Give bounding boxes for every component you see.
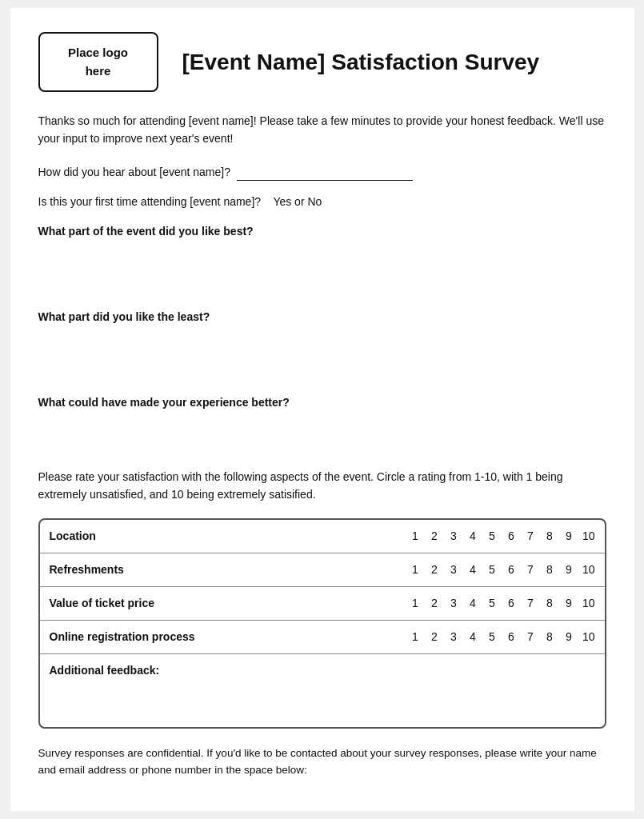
q3-answer-space [38, 253, 606, 285]
rating-numbers-location: 12345678910 [410, 528, 595, 545]
q1-answer-line [237, 180, 413, 181]
table-row: Location 12345678910 [40, 520, 605, 553]
survey-page: Place logohere [Event Name] Satisfaction… [10, 8, 634, 811]
survey-title: [Event Name] Satisfaction Survey [182, 46, 540, 79]
q4-answer-space [38, 338, 606, 370]
rating-numbers-ticket: 12345678910 [410, 595, 595, 612]
question-4-label: What part did you like the least? [38, 309, 606, 326]
footer-text: Survey responses are confidential. If yo… [38, 745, 606, 779]
table-row: Refreshments 12345678910 [40, 553, 605, 587]
feedback-label: Additional feedback: [50, 662, 160, 679]
rating-table: Location 12345678910 Refreshments 123456… [38, 518, 606, 729]
row-label-refreshments: Refreshments [50, 561, 410, 578]
row-label-registration: Online registration process [50, 629, 410, 645]
question-1: How did you hear about [event name]? [38, 164, 606, 181]
q5-answer-space [38, 424, 606, 464]
row-label-ticket-price: Value of ticket price [50, 595, 410, 612]
intro-text: Thanks so much for attending [event name… [38, 112, 606, 148]
logo-placeholder: Place logohere [38, 32, 158, 92]
rating-intro: Please rate your satisfaction with the f… [38, 468, 606, 504]
rating-numbers-registration: 12345678910 [410, 629, 595, 645]
additional-feedback-row: Additional feedback: [40, 654, 605, 727]
question-2: Is this your first time attending [event… [38, 194, 606, 210]
rating-numbers-refreshments: 12345678910 [410, 561, 595, 578]
feedback-space [50, 679, 595, 719]
q2-label: Is this your first time attending [event… [38, 195, 262, 208]
question-5-label: What could have made your experience bet… [38, 394, 606, 411]
header: Place logohere [Event Name] Satisfaction… [38, 32, 606, 92]
row-label-location: Location [50, 528, 410, 545]
question-3-label: What part of the event did you like best… [38, 223, 606, 240]
q1-label: How did you hear about [event name]? [38, 166, 231, 178]
table-row: Value of ticket price 12345678910 [40, 587, 605, 621]
q2-options: Yes or No [273, 195, 322, 208]
table-row: Online registration process 12345678910 [40, 621, 605, 654]
